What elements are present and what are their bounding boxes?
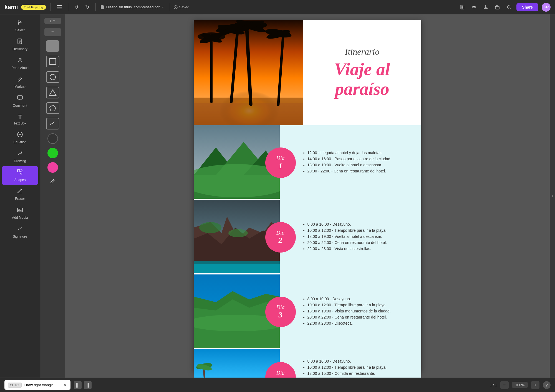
list-item: 8:00 a 10:00 - Desayuno. <box>307 359 391 363</box>
hint-text: Draw right triangle <box>24 383 54 387</box>
shapes-icon <box>17 169 23 177</box>
panel-toggle-button[interactable] <box>55 4 64 11</box>
svg-point-60 <box>199 222 221 233</box>
svg-rect-33 <box>194 103 303 125</box>
sidebar-item-textbox[interactable]: T Text Box <box>2 111 38 128</box>
hint-box: SHIFT Draw right triangle | ✕ <box>4 380 70 390</box>
view-button[interactable] <box>470 3 478 11</box>
sidebar-item-label: Equation <box>13 140 26 144</box>
sidebar-item-label: Text Box <box>14 121 26 125</box>
shape-tools-panel: 1 ≡ <box>40 14 65 378</box>
fill-color-box[interactable] <box>46 40 59 52</box>
hint-close-button[interactable]: ✕ <box>62 382 67 388</box>
color-pink[interactable] <box>47 162 58 173</box>
select-icon <box>17 19 23 27</box>
main-layout: Select Dictionary Read Aloud Markup Comm… <box>0 14 555 378</box>
sidebar-item-label: Eraser <box>15 197 25 201</box>
sidebar-item-shapes[interactable]: Shapes <box>2 166 38 185</box>
square-shape-button[interactable] <box>46 56 59 67</box>
svg-rect-59 <box>194 264 280 273</box>
sidebar-item-label: Comment <box>13 104 27 108</box>
day-3-content: Día 3 8:00 a 10:00 - Desayuno. 10:00 a 1… <box>280 274 421 349</box>
svg-point-15 <box>19 58 21 60</box>
menu-button[interactable]: ≡ <box>44 28 61 36</box>
sidebar-item-select[interactable]: Select <box>2 17 38 35</box>
list-item: 10:00 a 12:00 - Tiempo libre para ir a l… <box>307 303 391 307</box>
sidebar-item-markup[interactable]: Markup <box>2 73 38 91</box>
sidebar-item-label: Shapes <box>14 178 26 182</box>
markup-icon <box>17 76 23 83</box>
svg-marker-29 <box>50 105 56 111</box>
sidebar-item-equation[interactable]: Equation <box>2 129 38 147</box>
svg-point-25 <box>19 209 20 210</box>
sidebar-item-dictionary[interactable]: Dictionary <box>2 35 38 54</box>
left-panel-toggle-1[interactable]: ▌ <box>74 381 82 389</box>
bottom-bar: SHIFT Draw right triangle | ✕ ▌ ▐ 1 / 1 … <box>0 378 555 392</box>
svg-line-10 <box>510 8 511 9</box>
zoom-out-button[interactable]: − <box>500 381 509 389</box>
panel-collapse-button[interactable]: ‹ <box>551 193 554 199</box>
sidebar-item-comment[interactable]: Comment <box>2 92 38 110</box>
undo-button[interactable]: ↺ <box>73 2 80 12</box>
triangle-shape-button[interactable] <box>46 87 59 98</box>
sidebar-item-label: Dictionary <box>12 47 27 51</box>
page-selector[interactable]: 1 <box>44 18 61 24</box>
list-item: 10:00 a 12:00 - Tiempo libre para ir a l… <box>307 228 387 233</box>
day-2-content: Día 2 8:00 a 10:00 - Desayuno. 10:00 a 1… <box>280 200 421 274</box>
day-2-activities: 8:00 a 10:00 - Desayuno. 10:00 a 12:00 -… <box>302 222 387 253</box>
day-1-activities: 12:00 - Llegada al hotel y dejar las mal… <box>302 151 390 175</box>
sidebar-item-read-aloud[interactable]: Read Aloud <box>2 54 38 73</box>
svg-point-61 <box>228 229 248 237</box>
path-shape-button[interactable] <box>46 118 59 129</box>
signature-icon <box>17 226 23 233</box>
help-button[interactable]: ? <box>543 381 551 389</box>
zoom-in-button[interactable]: + <box>531 381 539 389</box>
sidebar-item-drawing[interactable]: Drawing <box>2 147 38 166</box>
pencil-button[interactable] <box>49 177 57 187</box>
svg-rect-2 <box>57 9 62 9</box>
sidebar-item-eraser[interactable]: Eraser <box>2 185 38 203</box>
avatar[interactable]: KR <box>542 3 551 12</box>
redo-button[interactable]: ↻ <box>84 2 91 12</box>
list-item: 8:00 a 10:00 - Desayuno. <box>307 222 387 226</box>
sidebar-item-label: Signature <box>13 235 27 238</box>
equation-icon <box>17 131 23 139</box>
sunset-image <box>194 20 303 125</box>
read-aloud-icon <box>17 57 23 65</box>
sidebar-item-label: Markup <box>14 85 26 89</box>
separator4 <box>169 3 169 11</box>
separator2 <box>68 3 68 11</box>
list-item: 20:00 - 22:00 - Cena en restaurante del … <box>307 169 390 173</box>
search-button[interactable] <box>505 3 513 11</box>
sidebar-item-label: Read Aloud <box>11 66 29 70</box>
day-3-activities: 8:00 a 10:00 - Desayuno. 10:00 a 12:00 -… <box>302 297 391 327</box>
list-item: 18:00 a 19:00 - Visita monumentos de la … <box>307 309 391 313</box>
add-media-icon <box>17 207 23 214</box>
svg-rect-8 <box>495 6 499 9</box>
zoom-level: 100% <box>512 382 528 388</box>
list-item: 8:00 a 10:00 - Desayuno. <box>307 297 391 301</box>
color-green[interactable] <box>47 148 58 158</box>
pentagon-shape-button[interactable] <box>46 102 59 114</box>
saved-status: Saved <box>174 5 189 9</box>
logo-text: kami <box>4 4 18 11</box>
day-2-circle: Día 2 <box>265 222 296 253</box>
document-button[interactable] <box>458 3 466 11</box>
circle-shape-button[interactable] <box>46 71 59 83</box>
share-button[interactable]: Share <box>516 3 538 11</box>
svg-rect-16 <box>17 96 22 99</box>
left-panel-toggle-2[interactable]: ▐ <box>84 381 92 389</box>
briefcase-button[interactable] <box>493 3 501 11</box>
svg-rect-26 <box>50 58 56 65</box>
download-button[interactable] <box>481 3 490 11</box>
color-black[interactable] <box>47 133 58 144</box>
day-4-activities: 8:00 a 10:00 - Desayuno. 10:00 a 12:00 -… <box>302 359 391 378</box>
sidebar-item-add-media[interactable]: Add Media <box>2 204 38 222</box>
trial-badge[interactable]: Trial Expiring <box>21 5 46 10</box>
svg-point-9 <box>507 6 510 8</box>
day-4-section: Día 4 8:00 a 10:00 - Desayuno. 10:00 a 1… <box>194 349 421 378</box>
svg-point-21 <box>20 170 22 172</box>
sidebar-item-signature[interactable]: Signature <box>2 223 38 241</box>
pdf-area[interactable]: Itinerario Viaje al paraíso <box>65 14 549 378</box>
drawing-icon <box>17 150 23 158</box>
